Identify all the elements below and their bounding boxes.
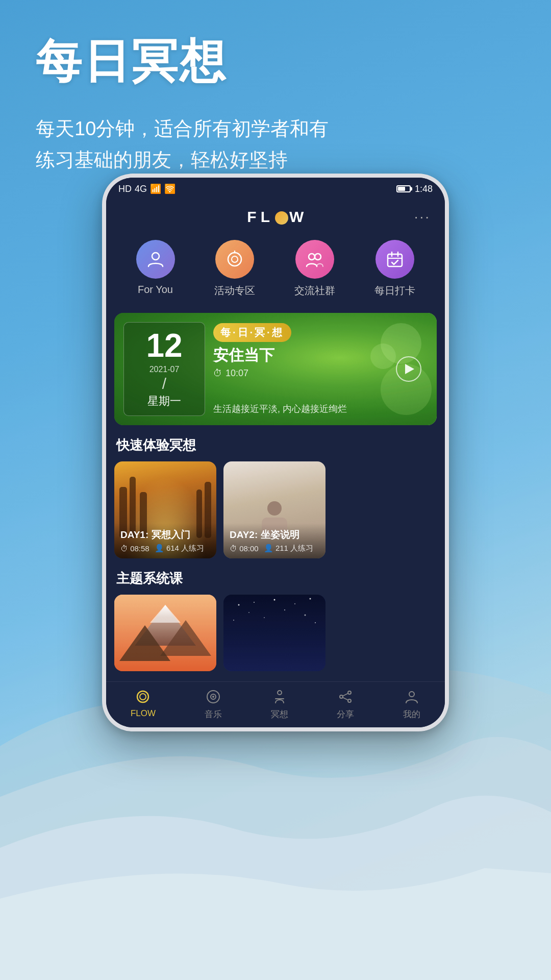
calendar-icon xyxy=(385,249,405,270)
svg-rect-15 xyxy=(223,595,325,671)
daily-tag: 每·日·冥·想 xyxy=(213,323,291,342)
day2-card-overlay: DAY2: 坐姿说明 ⏱ 08:00 👤 211 人练习 xyxy=(223,523,325,558)
app-header: FLW ··· xyxy=(106,200,445,234)
svg-point-18 xyxy=(274,599,276,601)
daily-meditation-card[interactable]: 12 2021-07 / 星期一 每·日·冥·想 安住当下 ⏱ 10:07 xyxy=(114,313,437,425)
status-right: 1:48 xyxy=(396,184,433,194)
svg-rect-6 xyxy=(388,254,402,266)
svg-point-31 xyxy=(212,696,214,698)
nav-item-daily-check[interactable]: 每日打卡 xyxy=(374,240,415,298)
date-year: 2021-07 xyxy=(149,365,180,374)
play-button[interactable] xyxy=(396,356,421,382)
battery-icon xyxy=(396,185,411,192)
bottom-nav-music[interactable]: 音乐 xyxy=(205,688,222,720)
bottom-nav-flow[interactable]: FLOW xyxy=(131,688,156,720)
daily-description: 生活越接近平淡, 内心越接近绚烂 xyxy=(213,403,429,415)
phone-mockup: HD 4G 📶 🛜 1:48 FLW ··· xyxy=(102,174,449,731)
nav-label-for-you: For You xyxy=(138,284,173,296)
mountain-svg xyxy=(114,595,216,671)
status-left: HD 4G 📶 🛜 xyxy=(118,183,176,194)
app-logo: FLW xyxy=(247,208,308,226)
bottom-nav-meditation[interactable]: 冥想 xyxy=(271,688,288,720)
date-number: 12 xyxy=(146,329,182,362)
daily-title: 安住当下 xyxy=(213,345,429,366)
svg-point-26 xyxy=(315,622,316,623)
people-icon xyxy=(305,249,325,270)
quick-card-day1[interactable]: DAY1: 冥想入门 ⏱ 08:58 👤 614 人练习 xyxy=(114,461,216,558)
weekday: 星期一 xyxy=(147,394,181,409)
community-icon-circle xyxy=(295,240,334,279)
day1-card-overlay: DAY1: 冥想入门 ⏱ 08:58 👤 614 人练习 xyxy=(114,523,216,558)
share-icon xyxy=(337,689,354,705)
for-you-icon-circle xyxy=(136,240,175,279)
date-slash: / xyxy=(162,375,166,393)
quick-cards-container: DAY1: 冥想入门 ⏱ 08:58 👤 614 人练习 xyxy=(106,461,445,558)
date-box: 12 2021-07 / 星期一 xyxy=(123,322,205,416)
svg-point-2 xyxy=(232,256,238,262)
nav-label-community: 交流社群 xyxy=(294,284,335,298)
svg-point-24 xyxy=(264,617,265,618)
theme-section-title: 主题系统课 xyxy=(106,558,445,595)
activity-icon-circle xyxy=(215,240,254,279)
bottom-nav-label-mine: 我的 xyxy=(403,708,420,720)
disc-icon xyxy=(205,689,221,705)
meditation-nav-icon xyxy=(271,688,288,705)
bottom-nav-mine[interactable]: 我的 xyxy=(403,688,420,720)
svg-point-34 xyxy=(348,691,351,694)
svg-line-38 xyxy=(343,698,348,700)
day1-meta: ⏱ 08:58 👤 614 人练习 xyxy=(120,544,210,553)
page-title: 每日冥想 xyxy=(36,31,329,93)
nav-item-activity[interactable]: 活动专区 xyxy=(214,240,255,298)
card-content: 12 2021-07 / 星期一 每·日·冥·想 安住当下 ⏱ 10:07 xyxy=(114,313,437,425)
svg-point-1 xyxy=(228,253,241,266)
svg-point-25 xyxy=(233,620,234,621)
flow-nav-icon xyxy=(134,688,152,705)
svg-point-5 xyxy=(315,254,321,260)
mine-nav-icon xyxy=(403,688,420,705)
day1-title: DAY1: 冥想入门 xyxy=(120,528,210,542)
svg-point-32 xyxy=(278,691,282,695)
nav-item-for-you[interactable]: For You xyxy=(136,240,175,298)
day2-title: DAY2: 坐姿说明 xyxy=(230,528,319,542)
bottom-nav-label-share: 分享 xyxy=(337,708,354,720)
svg-point-19 xyxy=(294,603,295,604)
bottom-navigation: FLOW 音乐 xyxy=(106,681,445,727)
svg-point-16 xyxy=(238,604,240,606)
nav-item-community[interactable]: 交流社群 xyxy=(294,240,335,298)
quick-card-day2[interactable]: DAY2: 坐姿说明 ⏱ 08:00 👤 211 人练习 xyxy=(223,461,325,558)
svg-point-23 xyxy=(305,615,306,616)
quick-section-title: 快速体验冥想 xyxy=(106,425,445,461)
svg-point-17 xyxy=(254,602,255,603)
svg-point-4 xyxy=(309,254,315,260)
play-triangle-icon xyxy=(405,364,414,374)
svg-point-0 xyxy=(152,253,159,260)
status-bar: HD 4G 📶 🛜 1:48 xyxy=(106,178,445,200)
more-menu-button[interactable]: ··· xyxy=(414,209,431,225)
page-subtitle: 每天10分钟，适合所有初学者和有 练习基础的朋友，轻松好坚持 xyxy=(36,113,329,176)
daily-check-icon-circle xyxy=(375,240,414,279)
theme-cards-container xyxy=(106,595,445,681)
nav-label-daily-check: 每日打卡 xyxy=(374,284,415,298)
flow-icon xyxy=(135,689,151,705)
share-nav-icon xyxy=(337,688,354,705)
nav-label-activity: 活动专区 xyxy=(214,284,255,298)
svg-point-27 xyxy=(137,691,148,702)
theme-card-mountain[interactable] xyxy=(114,595,216,671)
svg-point-28 xyxy=(140,694,146,700)
bottom-nav-label-meditation: 冥想 xyxy=(271,708,288,720)
bottom-nav-label-flow: FLOW xyxy=(131,708,156,719)
theme-card-night[interactable] xyxy=(223,595,325,671)
svg-point-20 xyxy=(310,598,311,600)
quick-nav: For You 活动专区 xyxy=(106,234,445,308)
svg-point-35 xyxy=(340,695,343,698)
day2-meta: ⏱ 08:00 👤 211 人练习 xyxy=(230,544,319,553)
svg-point-39 xyxy=(409,692,414,697)
bottom-nav-share[interactable]: 分享 xyxy=(337,688,354,720)
night-svg xyxy=(223,595,325,671)
svg-point-36 xyxy=(348,699,351,702)
svg-point-21 xyxy=(248,612,249,613)
svg-line-37 xyxy=(343,694,348,696)
person-icon xyxy=(145,249,166,270)
activity-icon xyxy=(224,249,245,270)
person-meditate-icon xyxy=(271,689,288,705)
